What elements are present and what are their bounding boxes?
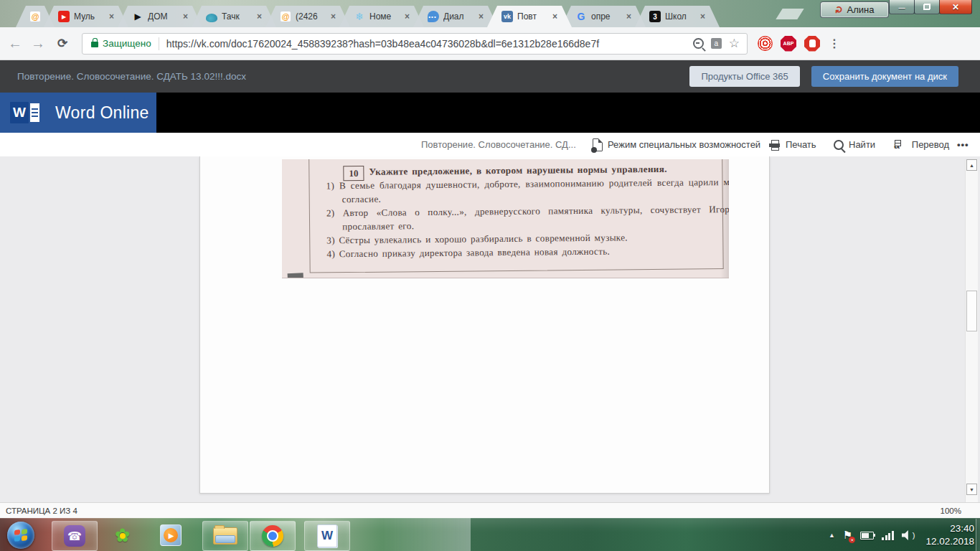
word-online-brand: W Word Online — [0, 93, 156, 133]
search-icon — [834, 140, 844, 150]
restore-button[interactable] — [914, 0, 940, 14]
battery-icon[interactable] — [860, 532, 874, 540]
url-text[interactable]: https://vk.com/doc17620024_458839238?has… — [166, 38, 686, 50]
find-button[interactable]: Найти — [834, 133, 875, 156]
volume-icon[interactable] — [902, 530, 915, 540]
system-tray: 23:40 12.02.2018 — [829, 519, 974, 551]
minimize-button[interactable] — [889, 0, 915, 14]
save-to-disk-button[interactable]: Сохранить документ на диск — [811, 66, 958, 87]
tab-close-icon[interactable]: × — [700, 11, 705, 22]
word-icon — [317, 524, 337, 547]
network-signal-icon[interactable] — [882, 531, 894, 540]
word-status-bar: СТРАНИЦА 2 ИЗ 4 100% — [0, 502, 980, 518]
more-options-button[interactable]: ••• — [957, 133, 969, 156]
tab-vk-document-active[interactable]: Повт × — [487, 6, 572, 27]
tab-nome[interactable]: Номе × — [339, 6, 424, 27]
taskbar-word[interactable] — [304, 521, 350, 551]
printer-icon — [769, 140, 781, 150]
secure-lock-icon[interactable] — [91, 42, 98, 47]
extensions-row — [758, 36, 820, 52]
hidden-icons-arrow-icon[interactable] — [829, 532, 835, 539]
scan-artifact — [288, 273, 303, 278]
tab-close-icon[interactable]: × — [405, 11, 410, 22]
genie-lamp-icon — [206, 14, 217, 22]
google-icon — [575, 11, 587, 22]
window-controls — [890, 0, 972, 14]
restore-icon — [923, 4, 930, 10]
tab-youtube[interactable]: Муль × — [44, 6, 128, 27]
youtube-icon — [58, 11, 70, 22]
browser-menu-icon[interactable] — [829, 37, 840, 50]
tab-title: Школ — [665, 11, 696, 22]
option-2: 2) Автор «Слова о полку...», древнерусск… — [326, 202, 729, 234]
tab-google-search[interactable]: опре × — [561, 6, 646, 27]
tray-clock[interactable]: 23:40 12.02.2018 — [925, 522, 974, 548]
target-extension-icon[interactable] — [758, 36, 773, 51]
action-center-flag-icon[interactable] — [843, 529, 852, 542]
sync-error-icon — [835, 4, 843, 15]
tab-title: Номе — [369, 11, 400, 22]
word-online-bar: W Word Online — [0, 93, 980, 133]
tab-close-icon[interactable]: × — [183, 11, 188, 22]
show-desktop-button[interactable] — [976, 519, 980, 551]
tab-title: Диал — [443, 11, 474, 22]
zoom-out-icon[interactable] — [693, 38, 704, 49]
taskbar-explorer[interactable] — [202, 521, 248, 551]
folder-icon — [213, 527, 237, 545]
back-icon[interactable] — [6, 35, 24, 52]
tab-close-icon[interactable]: × — [479, 11, 484, 22]
adblock-plus-icon[interactable] — [781, 36, 796, 52]
close-icon — [952, 2, 959, 12]
stop-hand-extension-icon[interactable] — [804, 36, 820, 52]
tab-znanija[interactable]: Школ × — [635, 6, 720, 27]
tab-close-icon[interactable]: × — [331, 11, 336, 22]
security-label[interactable]: Защищено — [103, 38, 151, 49]
taskbar-viber[interactable] — [52, 521, 98, 551]
office-products-button[interactable]: Продукты Office 365 — [689, 66, 799, 87]
close-button[interactable] — [939, 0, 972, 14]
zoom-level[interactable]: 100% — [941, 507, 961, 515]
taskbar-chrome[interactable] — [250, 521, 296, 551]
word-document-area: 10 Укажите предложение, в котором наруше… — [0, 156, 980, 502]
tab-strip: Муль × ДОМ × Тачк × (2426 × Номе × — [16, 6, 709, 27]
mailru-at-icon — [280, 11, 291, 22]
document-page: 10 Укажите предложение, в котором наруше… — [199, 156, 770, 494]
tab-close-icon[interactable]: × — [552, 11, 557, 22]
tab-close-icon[interactable]: × — [257, 11, 262, 22]
address-bar[interactable]: Защищено https://vk.com/doc17620024_4588… — [82, 33, 748, 55]
media-player-icon — [160, 524, 182, 546]
new-tab-button[interactable] — [776, 9, 804, 19]
tab-mail-inbox[interactable]: (2426 × — [265, 6, 350, 27]
tab-close-icon[interactable]: × — [626, 11, 631, 22]
taskbar-icq[interactable] — [100, 521, 145, 550]
option-1: 1) В семье благодаря душевности, доброте… — [326, 175, 729, 207]
tab-tachki[interactable]: Тачк × — [192, 6, 276, 27]
translate-button[interactable]: Перевод — [888, 133, 949, 156]
tab-dom[interactable]: ДОМ × — [118, 6, 202, 27]
reload-icon[interactable] — [53, 36, 72, 51]
tab-close-icon[interactable]: × — [109, 11, 114, 22]
vk-doc-header: Повторение. Словосочетание. СДАТЬ 13.02!… — [0, 60, 980, 93]
answer-options: 1) В семье благодаря душевности, доброте… — [326, 175, 729, 261]
tab-title: Тачк — [222, 11, 253, 22]
word-logo-icon: W — [10, 102, 39, 123]
forward-icon[interactable] — [29, 35, 47, 52]
profile-chip[interactable]: Алина — [820, 1, 889, 18]
scrollbar-thumb[interactable] — [966, 291, 977, 331]
translate-page-icon[interactable] — [711, 38, 722, 49]
scroll-down-icon[interactable] — [966, 484, 977, 495]
word-toolbar: Повторение. Словосочетание. СД... Режим … — [0, 133, 980, 156]
print-button[interactable]: Печать — [769, 133, 816, 156]
icq-flower-icon — [115, 526, 131, 545]
mailru-at-icon — [29, 11, 41, 22]
bookmark-star-icon[interactable] — [729, 36, 740, 51]
scroll-up-icon[interactable] — [966, 159, 977, 171]
desktop-screen: Муль × ДОМ × Тачк × (2426 × Номе × — [0, 0, 980, 551]
tab-dialogs[interactable]: Диал × — [413, 6, 498, 27]
taskbar-media-player[interactable] — [149, 521, 193, 550]
page-indicator[interactable]: СТРАНИЦА 2 ИЗ 4 — [6, 507, 941, 515]
znanija-icon — [649, 11, 661, 22]
document-scrollbar[interactable] — [965, 159, 978, 502]
accessibility-mode-button[interactable]: Режим специальных возможностей — [593, 133, 760, 156]
start-button[interactable] — [7, 522, 34, 549]
